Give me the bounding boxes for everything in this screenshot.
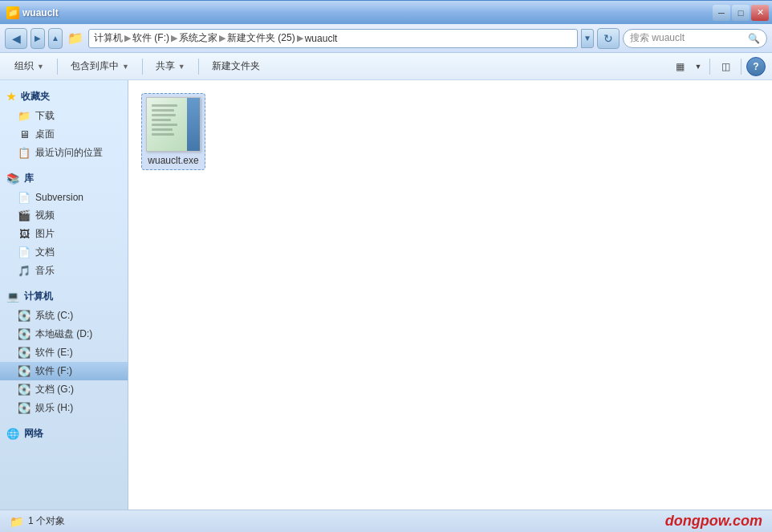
sidebar-item-music[interactable]: 🎵 音乐 — [0, 262, 128, 280]
view-dropdown-icon: ▼ — [695, 63, 702, 71]
path-dropdown-arrow[interactable]: ▼ — [581, 29, 594, 48]
new-folder-button[interactable]: 新建文件夹 — [204, 56, 268, 77]
toolbar: 组织 ▼ 包含到库中 ▼ 共享 ▼ 新建文件夹 ▦ ▼ ◫ ? — [0, 53, 772, 80]
sidebar-section-network: 🌐 网络 — [0, 424, 128, 444]
path-part-1[interactable]: 计算机 — [94, 31, 123, 45]
sidebar-item-desktop[interactable]: 🖥 桌面 — [0, 125, 128, 144]
include-library-button[interactable]: 包含到库中 ▼ — [63, 56, 137, 77]
toolbar-right: ▦ ▼ ◫ ? — [669, 57, 766, 76]
forward-arrow-icon: ▶ — [35, 34, 41, 43]
sidebar-video-label: 视频 — [35, 209, 55, 222]
view-dropdown-button[interactable]: ▼ — [692, 57, 705, 76]
help-button[interactable]: ? — [746, 57, 766, 76]
sidebar-downloads-label: 下载 — [35, 109, 55, 123]
window-icon: 📁 — [6, 6, 19, 19]
watermark: dongpow.com — [665, 513, 762, 530]
sidebar-computer-label: 计算机 — [24, 290, 53, 303]
status-folder-icon: 📁 — [10, 515, 23, 528]
file-item-wuauclt[interactable]: wuauclt.exe — [141, 93, 205, 170]
sidebar-favorites-header[interactable]: ★ 收藏夹 — [0, 87, 128, 107]
organize-button[interactable]: 组织 ▼ — [6, 56, 52, 77]
file-thumb-bg — [147, 98, 200, 151]
file-area[interactable]: wuauclt.exe — [128, 80, 772, 510]
sidebar-item-drive-f[interactable]: 💽 软件 (F:) — [0, 362, 128, 380]
sidebar-network-label: 网络 — [24, 427, 43, 441]
title-bar: 📁 wuauclt ─ □ ✕ — [0, 0, 772, 24]
path-part-3[interactable]: 系统之家 — [179, 31, 217, 45]
sidebar-section-computer: 💻 计算机 💽 系统 (C:) 💽 本地磁盘 (D:) 💽 软件 (E:) 💽 … — [0, 286, 128, 417]
sidebar-network-header[interactable]: 🌐 网络 — [0, 424, 128, 444]
drive-h-icon: 💽 — [18, 402, 30, 415]
include-dropdown-icon: ▼ — [122, 63, 129, 71]
sidebar-item-docs[interactable]: 📄 文档 — [0, 243, 128, 262]
search-box[interactable]: 搜索 wuauclt 🔍 — [623, 29, 767, 48]
main-area: ★ 收藏夹 📁 下载 🖥 桌面 📋 最近访问的位置 📚 库 — [0, 80, 772, 510]
title-bar-buttons: ─ □ ✕ — [713, 5, 769, 21]
path-part-4[interactable]: 新建文件夹 (25) — [227, 31, 295, 45]
search-icon: 🔍 — [748, 33, 760, 44]
minimize-button[interactable]: ─ — [713, 5, 730, 21]
forward-button[interactable]: ▶ — [30, 28, 45, 49]
sidebar-item-downloads[interactable]: 📁 下载 — [0, 107, 128, 125]
sidebar-desktop-label: 桌面 — [35, 128, 55, 141]
sidebar-section-library: 📚 库 📄 Subversion 🎬 视频 🖼 图片 📄 文档 🎵 音乐 — [0, 169, 128, 280]
file-thumb-lines — [152, 104, 184, 138]
file-thumbnail — [146, 97, 201, 152]
video-icon: 🎬 — [18, 209, 30, 222]
folder-nav-icon: 📁 — [67, 30, 83, 46]
close-button[interactable]: ✕ — [751, 5, 769, 21]
address-bar: ◀ ▶ ▲ 📁 计算机 ▶ 软件 (F:) ▶ 系统之家 ▶ 新建文件夹 (25… — [0, 24, 772, 53]
drive-c-icon: 💽 — [18, 310, 30, 323]
library-icon: 📚 — [6, 173, 19, 185]
address-path[interactable]: 计算机 ▶ 软件 (F:) ▶ 系统之家 ▶ 新建文件夹 (25) ▶ wuau… — [88, 29, 578, 48]
path-part-5[interactable]: wuauclt — [305, 33, 338, 44]
sidebar-library-label: 库 — [24, 172, 34, 185]
sidebar-favorites-label: 收藏夹 — [21, 90, 50, 104]
path-part-2[interactable]: 软件 (F:) — [132, 31, 169, 45]
back-button[interactable]: ◀ — [5, 28, 27, 49]
sidebar-music-label: 音乐 — [35, 264, 55, 278]
toolbar-separator-4 — [709, 59, 710, 75]
toolbar-separator-5 — [741, 59, 742, 75]
sidebar-subversion-label: Subversion — [35, 192, 83, 203]
downloads-folder-icon: 📁 — [18, 110, 30, 123]
sidebar-item-drive-g[interactable]: 💽 文档 (G:) — [0, 380, 128, 399]
sidebar-drive-d-label: 本地磁盘 (D:) — [35, 327, 92, 341]
desktop-icon: 🖥 — [18, 128, 30, 141]
sidebar-drive-h-label: 娱乐 (H:) — [35, 401, 73, 415]
subversion-icon: 📄 — [18, 191, 30, 204]
sidebar-drive-f-label: 软件 (F:) — [35, 364, 72, 378]
sidebar-library-header[interactable]: 📚 库 — [0, 169, 128, 189]
sidebar-drive-g-label: 文档 (G:) — [35, 383, 74, 396]
sidebar-item-video[interactable]: 🎬 视频 — [0, 206, 128, 225]
new-folder-label: 新建文件夹 — [212, 59, 260, 73]
sidebar-section-favorites: ★ 收藏夹 📁 下载 🖥 桌面 📋 最近访问的位置 — [0, 87, 128, 162]
sidebar-item-drive-d[interactable]: 💽 本地磁盘 (D:) — [0, 325, 128, 343]
sidebar-item-recent[interactable]: 📋 最近访问的位置 — [0, 144, 128, 162]
sidebar-item-images[interactable]: 🖼 图片 — [0, 225, 128, 243]
maximize-button[interactable]: □ — [732, 5, 750, 21]
sidebar-item-drive-e[interactable]: 💽 软件 (E:) — [0, 343, 128, 362]
file-name: wuauclt.exe — [148, 155, 198, 166]
view-button[interactable]: ▦ — [669, 57, 690, 76]
sidebar-computer-header[interactable]: 💻 计算机 — [0, 286, 128, 307]
status-left: 📁 1 个对象 — [10, 514, 65, 528]
include-library-label: 包含到库中 — [71, 59, 119, 73]
toolbar-separator-3 — [198, 59, 199, 75]
sidebar-docs-label: 文档 — [35, 246, 55, 259]
sidebar-item-drive-c[interactable]: 💽 系统 (C:) — [0, 307, 128, 325]
up-button[interactable]: ▲ — [48, 28, 63, 49]
toolbar-separator-2 — [142, 59, 143, 75]
refresh-icon: ↻ — [603, 32, 613, 45]
sidebar-item-drive-h[interactable]: 💽 娱乐 (H:) — [0, 399, 128, 417]
sidebar-item-subversion[interactable]: 📄 Subversion — [0, 189, 128, 206]
refresh-button[interactable]: ↻ — [597, 28, 620, 49]
preview-pane-icon: ◫ — [721, 61, 730, 72]
drive-e-icon: 💽 — [18, 347, 30, 359]
share-button[interactable]: 共享 ▼ — [148, 56, 193, 77]
preview-pane-button[interactable]: ◫ — [715, 57, 736, 76]
path-sep-3: ▶ — [219, 33, 226, 43]
status-count: 1 个对象 — [28, 514, 65, 528]
sidebar-drive-c-label: 系统 (C:) — [35, 309, 73, 323]
music-icon: 🎵 — [18, 265, 30, 278]
